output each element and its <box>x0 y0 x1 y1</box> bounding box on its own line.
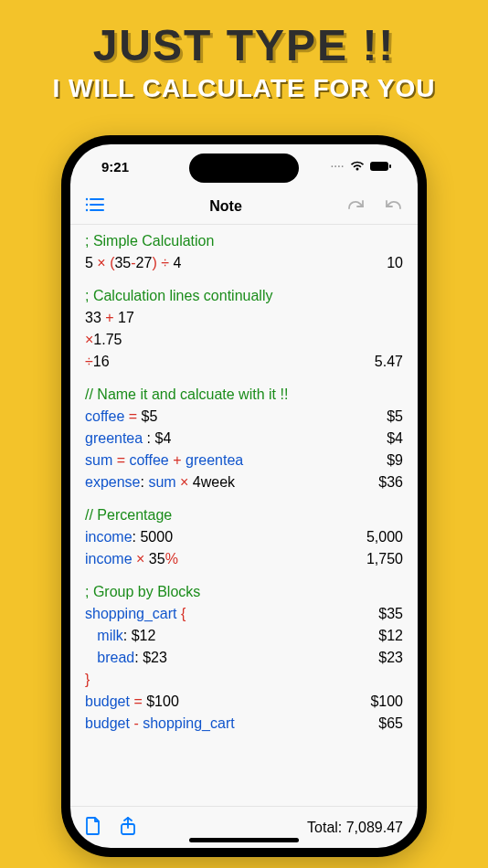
status-time: 9:21 <box>101 159 129 175</box>
editor-content[interactable]: ; Simple Calculation 5 × (35-27) ÷ 4 10 … <box>70 225 418 806</box>
calc-line: 5 × (35-27) ÷ 4 10 <box>85 252 403 274</box>
svg-point-2 <box>86 197 88 199</box>
hero-banner: JUST TYPE !! I WILL CALCULATE FOR YOU <box>0 0 488 103</box>
comment-line: ; Simple Calculation <box>85 230 403 252</box>
calc-line: sum = coffee + greentea $9 <box>85 450 403 471</box>
comment-line: // Percentage <box>85 504 403 526</box>
svg-point-4 <box>86 203 88 205</box>
home-indicator <box>189 838 299 842</box>
comment-line: // Name it and calcuate with it !! <box>85 384 403 406</box>
nav-bar: Note <box>70 188 418 225</box>
comment-line: ; Calculation lines continually <box>85 285 403 307</box>
svg-rect-1 <box>389 164 391 168</box>
calc-line: } <box>85 669 403 691</box>
wifi-icon <box>350 161 365 172</box>
result-value: $65 <box>378 713 403 735</box>
status-right: ···· <box>331 161 392 172</box>
comment-line: ; Group by Blocks <box>85 581 403 603</box>
result-value: 10 <box>387 252 403 274</box>
result-value: $9 <box>387 450 403 471</box>
calc-line: ÷16 5.47 <box>85 351 403 373</box>
result-value: $35 <box>378 603 403 625</box>
result-value: 5.47 <box>375 351 403 373</box>
result-value: $12 <box>378 625 403 647</box>
list-icon[interactable] <box>85 196 105 217</box>
calc-line: ×1.75 <box>85 329 403 351</box>
phone-frame: 9:21 ···· Note <box>61 135 427 857</box>
svg-point-6 <box>86 208 88 210</box>
calc-line: expense: sum × 4week $36 <box>85 471 403 493</box>
calc-line: income × 35% 1,750 <box>85 548 403 570</box>
result-value: $100 <box>370 691 403 713</box>
phone-screen: 9:21 ···· Note <box>70 144 418 848</box>
hero-line1: JUST TYPE !! <box>0 20 488 70</box>
share-icon[interactable] <box>120 817 136 839</box>
cellular-dots-icon: ···· <box>331 162 345 172</box>
hero-line2: I WILL CALCULATE FOR YOU <box>0 74 488 103</box>
new-note-icon[interactable] <box>85 817 101 839</box>
calc-line: budget - shopping_cart $65 <box>85 713 403 735</box>
calc-line: income: 5000 5,000 <box>85 526 403 548</box>
result-value: $5 <box>387 406 403 428</box>
calc-line: milk: $12 $12 <box>85 625 403 647</box>
nav-title: Note <box>209 198 242 215</box>
result-value: 1,750 <box>366 548 403 570</box>
calc-line: shopping_cart { $35 <box>85 603 403 625</box>
undo-icon[interactable] <box>383 197 403 216</box>
calc-line: coffee = $5 $5 <box>85 406 403 428</box>
calc-line: 33 + 17 <box>85 307 403 329</box>
svg-rect-0 <box>370 162 388 171</box>
result-value: $36 <box>378 471 403 493</box>
battery-icon <box>370 161 392 172</box>
result-value: $4 <box>387 428 403 450</box>
calc-line: budget = $100 $100 <box>85 691 403 713</box>
result-value: 5,000 <box>366 526 403 548</box>
calc-line: greentea : $4 $4 <box>85 428 403 450</box>
calc-line: bread: $23 $23 <box>85 647 403 669</box>
redo-icon[interactable] <box>346 197 366 216</box>
result-value: $23 <box>378 647 403 669</box>
dynamic-island <box>189 153 299 183</box>
total-label: Total: 7,089.47 <box>307 820 403 836</box>
